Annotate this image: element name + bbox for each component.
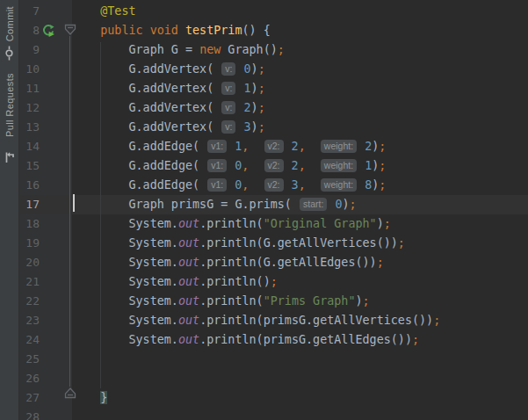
- code-text: System.out.println(primsG.getAllVertices…: [72, 311, 440, 330]
- line-number: 27: [19, 388, 40, 408]
- parameter-hint: v2:: [264, 140, 284, 153]
- code-line-14[interactable]: 14 G.addEdge( v1: 1, v2: 2, weight: 2);: [19, 137, 528, 156]
- line-number: 17: [19, 195, 40, 214]
- code-line-19[interactable]: 19 System.out.println(G.getAllVertices()…: [19, 234, 528, 253]
- code-text: Graph primsG = G.prims( start: 0);: [72, 195, 357, 214]
- code-line-20[interactable]: 20 System.out.println(G.getAllEdges());: [19, 253, 528, 272]
- code-line-16[interactable]: 16 G.addEdge( v1: 0, v2: 3, weight: 8);: [19, 176, 528, 195]
- code-text: System.out.println("Original Graph");: [72, 214, 391, 234]
- code-line-10[interactable]: 10 G.addVertex( v: 0);: [19, 60, 528, 79]
- parameter-hint: v2:: [264, 159, 284, 172]
- code-line-7[interactable]: 7 @Test: [19, 2, 528, 21]
- line-number: 14: [19, 137, 40, 156]
- parameter-hint: v1:: [207, 159, 227, 172]
- code-line-18[interactable]: 18 System.out.println("Original Graph");: [19, 214, 528, 234]
- line-number: 26: [19, 369, 40, 388]
- code-line-13[interactable]: 13 G.addVertex( v: 3);: [19, 118, 528, 137]
- code-line-23[interactable]: 23 System.out.println(primsG.getAllVerti…: [19, 311, 528, 330]
- parameter-hint: v:: [221, 62, 235, 76]
- code-line-17[interactable]: 17 Graph primsG = G.prims( start: 0);: [19, 195, 528, 214]
- pull-request-icon[interactable]: [4, 151, 16, 163]
- code-line-26[interactable]: 26: [19, 369, 528, 388]
- code-text: System.out.println(G.getAllEdges());: [72, 253, 384, 272]
- text-caret: [73, 194, 75, 212]
- code-line-21[interactable]: 21 System.out.println();: [19, 272, 528, 292]
- line-number: 8: [19, 21, 40, 40]
- stripe-button-pull-requests[interactable]: Pull Requests: [4, 73, 15, 137]
- parameter-hint: weight:: [321, 159, 357, 172]
- line-number: 20: [19, 253, 40, 272]
- line-number: 22: [19, 292, 40, 311]
- run-test-icon[interactable]: [41, 24, 55, 38]
- tool-window-stripe: Commit Pull Requests: [0, 0, 19, 420]
- line-number: 18: [19, 214, 40, 234]
- line-number: 7: [19, 2, 40, 21]
- code-text: System.out.println("Prims Graph");: [72, 292, 370, 311]
- line-number: 19: [19, 234, 40, 253]
- code-text: G.addEdge( v1: 1, v2: 2, weight: 2);: [72, 137, 386, 156]
- line-number: 13: [19, 118, 40, 137]
- code-line-15[interactable]: 15 G.addEdge( v1: 0, v2: 2, weight: 1);: [19, 156, 528, 176]
- parameter-hint: v2:: [264, 178, 284, 192]
- parameter-hint: weight:: [321, 140, 357, 153]
- parameter-hint: weight:: [321, 178, 357, 192]
- line-number: 11: [19, 79, 40, 98]
- line-number: 23: [19, 311, 40, 330]
- parameter-hint: v1:: [207, 140, 227, 153]
- code-editor[interactable]: 7 @Test8 public void testPrim() {9 Graph…: [19, 0, 528, 420]
- line-number: 25: [19, 350, 40, 369]
- line-number: 10: [19, 60, 40, 79]
- fold-collapse-end-icon[interactable]: [64, 387, 76, 399]
- indent-guide: [100, 42, 101, 388]
- line-number: 16: [19, 176, 40, 195]
- stripe-button-commit[interactable]: Commit: [4, 6, 15, 41]
- commit-icon[interactable]: [3, 46, 16, 61]
- code-text: G.addEdge( v1: 0, v2: 2, weight: 1);: [72, 156, 386, 176]
- fold-collapse-start-icon[interactable]: [64, 24, 76, 36]
- parameter-hint: v1:: [207, 178, 227, 192]
- code-text: @Test: [72, 2, 136, 21]
- code-line-12[interactable]: 12 G.addVertex( v: 2);: [19, 98, 528, 118]
- code-text: Graph G = new Graph();: [72, 40, 285, 60]
- parameter-hint: v:: [221, 101, 235, 114]
- line-number: 24: [19, 330, 40, 350]
- line-number: 12: [19, 98, 40, 118]
- line-number: 9: [19, 40, 40, 60]
- code-text: public void testPrim() {: [72, 21, 271, 40]
- code-line-22[interactable]: 22 System.out.println("Prims Graph");: [19, 292, 528, 311]
- code-line-27[interactable]: 27 }: [19, 388, 528, 408]
- code-line-25[interactable]: 25: [19, 350, 528, 369]
- code-line-11[interactable]: 11 G.addVertex( v: 1);: [19, 79, 528, 98]
- code-text: System.out.println(G.getAllVertices());: [72, 234, 405, 253]
- parameter-hint: start:: [300, 198, 327, 211]
- code-line-9[interactable]: 9 Graph G = new Graph();: [19, 40, 528, 60]
- code-line-28[interactable]: 28: [19, 408, 528, 420]
- code-line-24[interactable]: 24 System.out.println(primsG.getAllEdges…: [19, 330, 528, 350]
- parameter-hint: v:: [221, 82, 235, 95]
- code-text: System.out.println(primsG.getAllEdges())…: [72, 330, 419, 350]
- code-text: G.addEdge( v1: 0, v2: 3, weight: 8);: [72, 176, 386, 195]
- fold-region-line: [69, 36, 70, 387]
- code-text: }: [72, 388, 107, 408]
- line-number: 15: [19, 156, 40, 176]
- line-number: 21: [19, 272, 40, 292]
- parameter-hint: v:: [221, 120, 235, 134]
- code-line-8[interactable]: 8 public void testPrim() {: [19, 21, 528, 40]
- line-number: 28: [19, 408, 40, 420]
- code-text: System.out.println();: [72, 272, 278, 292]
